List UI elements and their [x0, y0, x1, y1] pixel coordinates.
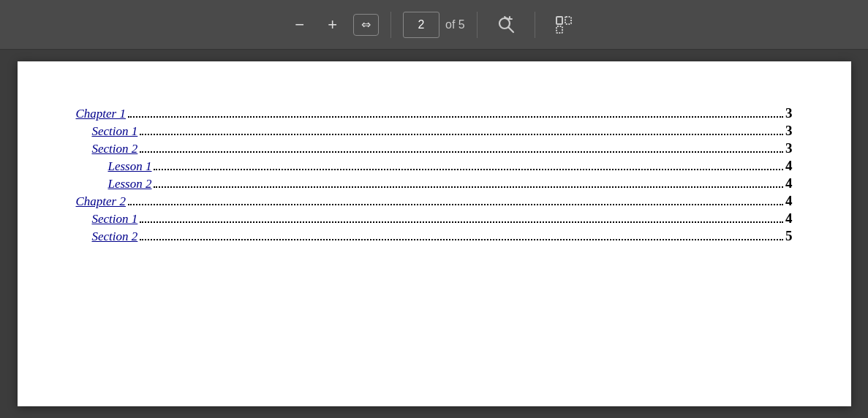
toolbar: − + ⇔ of 5: [0, 0, 868, 50]
fit-page-button[interactable]: ⇔: [353, 14, 379, 36]
search-rotate-icon: [497, 15, 516, 34]
toc-page-number: 5: [785, 228, 793, 244]
toc-dots: [140, 134, 783, 135]
toc-dots: [154, 169, 783, 170]
svg-line-1: [508, 27, 513, 32]
toc-link[interactable]: Lesson 2: [108, 177, 152, 191]
toc-row: Section 1 3: [76, 123, 793, 139]
zoom-out-button[interactable]: −: [287, 12, 312, 37]
page-number-input[interactable]: [403, 12, 439, 38]
divider-1: [390, 12, 391, 38]
toc-dots: [140, 239, 783, 240]
toc-page-number: 3: [785, 140, 793, 156]
toc-dots: [154, 186, 783, 188]
toc-link[interactable]: Section 1: [92, 212, 138, 227]
toc-link[interactable]: Section 1: [92, 124, 138, 139]
toc-dots: [128, 204, 783, 205]
divider-2: [477, 12, 478, 38]
toc-row: Chapter 2 4: [76, 193, 793, 209]
toc-row: Chapter 1 3: [76, 105, 793, 121]
page-area: Chapter 1 3 Section 1 3 Section 2 3 Less…: [0, 50, 868, 418]
toc-page-number: 3: [785, 105, 793, 121]
toc-row: Section 1 4: [76, 210, 793, 227]
toc-dots: [140, 221, 783, 223]
svg-rect-4: [556, 26, 562, 33]
toc-row: Section 2 3: [76, 140, 793, 156]
toc-row: Lesson 1 4: [76, 158, 793, 174]
toc-dots: [140, 151, 783, 153]
page-sheet: Chapter 1 3 Section 1 3 Section 2 3 Less…: [18, 61, 851, 406]
toc-page-number: 4: [785, 193, 793, 209]
toc-page-number: 4: [785, 158, 793, 174]
toc-link[interactable]: Section 2: [92, 229, 138, 244]
page-of-label: of 5: [445, 18, 465, 31]
layout-button[interactable]: [547, 11, 581, 39]
page-navigation: of 5: [403, 12, 465, 38]
zoom-in-button[interactable]: +: [320, 12, 344, 37]
toc-row: Section 2 5: [76, 228, 793, 244]
toc-row: Lesson 2 4: [76, 175, 793, 191]
toc-link[interactable]: Lesson 1: [108, 159, 152, 174]
svg-rect-2: [556, 17, 562, 24]
toc-link[interactable]: Chapter 2: [76, 194, 126, 209]
toc-dots: [128, 116, 783, 118]
toc-page-number: 4: [785, 210, 793, 227]
toc-link[interactable]: Section 2: [92, 142, 138, 156]
toc-page-number: 3: [785, 123, 793, 139]
search-button[interactable]: [489, 11, 523, 39]
layout-icon: [554, 15, 573, 34]
toc-link[interactable]: Chapter 1: [76, 107, 126, 121]
toc-page-number: 4: [785, 175, 793, 191]
svg-rect-3: [565, 17, 571, 24]
divider-3: [535, 12, 535, 38]
